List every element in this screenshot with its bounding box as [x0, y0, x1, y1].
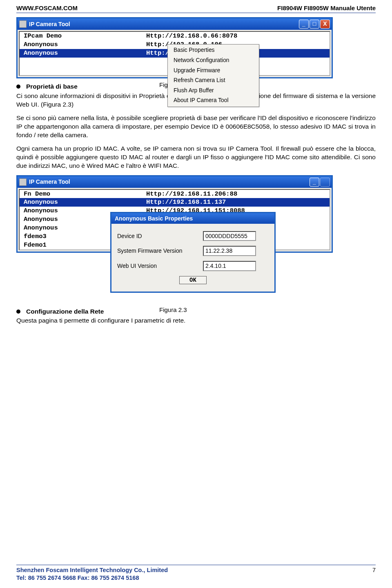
footer-company: Shenzhen Foscam Intelligent Technology C…	[16, 566, 168, 575]
minimize-button[interactable]: _	[299, 20, 309, 29]
dialog-body: Device ID0000DDDD5555System Firmware Ver…	[111, 224, 274, 292]
maximize-button[interactable]: □	[310, 20, 319, 29]
app-icon	[19, 20, 27, 28]
device-row[interactable]: AnonynousHttp://192.168.11.137	[20, 198, 330, 207]
window-titlebar: IP Camera Tool _ □ X	[18, 18, 332, 30]
figure-1: IP Camera Tool _ □ X IPcam DemoHttp://19…	[16, 17, 376, 78]
dialog-field-value: 0000DDDD5555	[203, 231, 256, 241]
page-number: 7	[372, 566, 376, 582]
app-icon	[19, 178, 27, 186]
bullet-icon	[16, 85, 20, 89]
window-title: IP Camera Tool	[29, 20, 70, 28]
minimize-button[interactable]: _	[310, 178, 319, 187]
dialog-field: System Firmware Version11.22.2.38	[117, 246, 269, 256]
device-name: Anonynous	[20, 49, 142, 58]
para-basic-3: Ogni camera ha un proprio ID MAC. A volt…	[16, 145, 376, 170]
device-url: Http://192.168.11.137	[142, 198, 330, 207]
header-url: WWW.FOSCAM.COM	[16, 4, 78, 12]
window-title-2: IP Camera Tool	[29, 178, 70, 186]
window-titlebar-2: IP Camera Tool _	[18, 176, 332, 188]
device-url: Http://192.168.11.206:88	[142, 190, 330, 198]
footer-contact: Tel: 86 755 2674 5668 Fax: 86 755 2674 5…	[16, 574, 168, 582]
dialog-field-label: Web UI Version	[117, 262, 203, 270]
header-title: FI8904W FI8905W Manuale Utente	[277, 4, 376, 12]
dialog-field: Web UI Version2.4.10.1	[117, 261, 269, 271]
dialog-field-value: 2.4.10.1	[203, 261, 256, 271]
context-menu-item[interactable]: Network Configuration	[168, 56, 259, 66]
window-button-placeholder	[320, 178, 330, 187]
para-basic-2: Se ci sono più camere nella lista, è pos…	[16, 114, 376, 140]
para-network: Questa pagina ti permette di configurare…	[16, 316, 376, 325]
ok-button[interactable]: OK	[179, 276, 207, 284]
context-menu-item[interactable]: About IP Camera Tool	[168, 96, 259, 106]
dialog-field-label: Device ID	[117, 232, 203, 240]
section-heading-basic-properties: Proprietà di base	[16, 82, 102, 91]
bullet-icon	[16, 310, 20, 314]
page-footer: Shenzhen Foscam Intelligent Technology C…	[16, 565, 376, 582]
close-button[interactable]: X	[320, 20, 330, 29]
device-name: IPcam Demo	[20, 32, 142, 40]
page-header: WWW.FOSCAM.COM FI8904W FI8905W Manuale U…	[16, 4, 376, 13]
dialog-field: Device ID0000DDDD5555	[117, 231, 269, 241]
device-url: Http://192.168.0.66:8078	[142, 32, 330, 40]
context-menu: Basic PropertiesNetwork ConfigurationUpg…	[167, 44, 259, 107]
dialog-field-label: System Firmware Version	[117, 247, 203, 255]
dialog-title: Anonynous Basic Properties	[111, 213, 274, 224]
figure-2: IP Camera Tool _ Fn DemoHttp://192.168.1…	[16, 175, 376, 302]
context-menu-item[interactable]: Refresh Camera List	[168, 76, 259, 86]
device-row[interactable]: IPcam DemoHttp://192.168.0.66:8078	[20, 32, 330, 40]
context-menu-item[interactable]: Flush Arp Buffer	[168, 86, 259, 96]
device-name: Fn Demo	[20, 190, 142, 198]
device-name: Anonynous	[20, 198, 142, 207]
figure-caption-2-3: Figura 2.3	[159, 306, 187, 313]
basic-properties-dialog: Anonynous Basic Properties Device ID0000…	[110, 212, 276, 293]
device-name: Anonynous	[20, 40, 142, 49]
section-heading-network-config: Configurazione della Rete	[16, 307, 131, 316]
device-row[interactable]: Fn DemoHttp://192.168.11.206:88	[20, 190, 330, 198]
context-menu-item[interactable]: Basic Properties	[168, 45, 259, 56]
dialog-field-value: 11.22.2.38	[203, 246, 256, 256]
context-menu-item[interactable]: Upgrade Firmware	[168, 66, 259, 76]
